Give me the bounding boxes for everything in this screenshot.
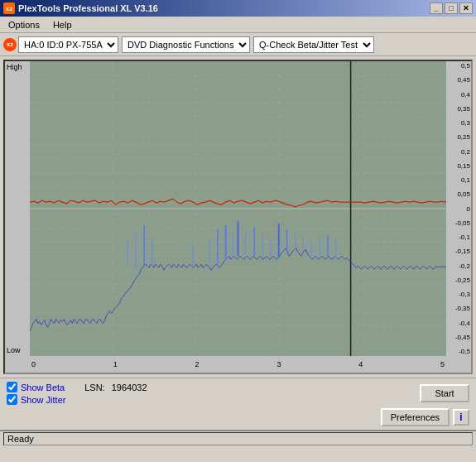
- y-right-1: 0,45: [457, 76, 470, 84]
- y-right-9: 0,05: [457, 190, 470, 198]
- show-beta-label: Show Beta: [21, 383, 65, 392]
- x-axis-5: 5: [440, 360, 445, 368]
- y-right-5: 0,25: [457, 133, 470, 141]
- y-right-17: -0,35: [455, 305, 470, 312]
- close-button[interactable]: ✕: [459, 2, 473, 14]
- y-axis-low-label: Low: [7, 346, 28, 354]
- show-beta-checkbox[interactable]: [7, 382, 17, 392]
- y-right-14: -0,2: [459, 262, 470, 270]
- lsn-value: 1964032: [112, 383, 147, 392]
- menu-bar: Options Help: [0, 17, 476, 33]
- y-right-4: 0,3: [461, 119, 470, 127]
- title-bar: xz PlexTools Professional XL V3.16 _ □ ✕: [0, 0, 476, 17]
- test-dropdown[interactable]: Q-Check Beta/Jitter Test: [253, 36, 374, 53]
- y-right-13: -0,15: [455, 248, 470, 255]
- x-axis-3: 3: [276, 360, 281, 368]
- show-beta-row: Show Beta LSN: 1964032: [7, 382, 147, 392]
- info-button[interactable]: i: [453, 409, 469, 426]
- controls-right: Start: [420, 384, 469, 402]
- window-controls[interactable]: _ □ ✕: [430, 2, 473, 14]
- y-right-3: 0,35: [457, 105, 470, 113]
- minimize-button[interactable]: _: [430, 2, 443, 14]
- menu-options[interactable]: Options: [3, 18, 45, 31]
- x-axis-0: 0: [31, 360, 36, 368]
- show-jitter-checkbox[interactable]: [7, 394, 17, 405]
- menu-help[interactable]: Help: [48, 18, 77, 31]
- second-row: Preferences i: [7, 408, 469, 426]
- status-bar: Ready: [0, 430, 476, 446]
- y-right-0: 0,5: [461, 62, 470, 70]
- x-axis: 0 1 2 3 4 5: [30, 356, 446, 373]
- y-right-20: -0,5: [459, 348, 470, 355]
- drive-select-group: xz HA:0 ID:0 PX-755A: [3, 36, 118, 53]
- app-icon: xz: [3, 2, 15, 14]
- x-axis-1: 1: [113, 360, 118, 368]
- controls-left: Show Beta LSN: 1964032 Show Jitter: [7, 382, 147, 405]
- y-right-15: -0,25: [455, 277, 470, 284]
- info-icon-label: i: [459, 411, 462, 423]
- x-axis-2: 2: [195, 360, 200, 368]
- y-axis-right: 0,5 0,45 0,4 0,35 0,3 0,25 0,2 0,15 0,1 …: [446, 61, 471, 356]
- app-title: PlexTools Professional XL V3.16: [18, 3, 158, 13]
- drive-dropdown[interactable]: HA:0 ID:0 PX-755A: [18, 36, 118, 53]
- toolbar: xz HA:0 ID:0 PX-755A DVD Diagnostic Func…: [0, 33, 476, 56]
- y-right-11: -0,05: [455, 219, 470, 227]
- controls-row: Show Beta LSN: 1964032 Show Jitter Start: [7, 382, 469, 405]
- drive-icon: xz: [3, 38, 17, 51]
- status-panel: Ready: [3, 432, 473, 445]
- y-right-19: -0,45: [455, 334, 470, 341]
- status-text: Ready: [7, 434, 34, 444]
- y-right-8: 0,1: [461, 176, 470, 184]
- show-jitter-label: Show Jitter: [21, 395, 65, 405]
- function-dropdown[interactable]: DVD Diagnostic Functions: [122, 36, 250, 53]
- x-axis-4: 4: [358, 360, 363, 368]
- y-axis-left: High Low: [5, 61, 30, 356]
- chart-container: High Low: [3, 60, 473, 374]
- show-jitter-row: Show Jitter: [7, 394, 147, 405]
- y-right-18: -0,4: [459, 320, 470, 327]
- y-right-12: -0,1: [459, 233, 470, 241]
- y-right-2: 0,4: [461, 91, 470, 99]
- y-right-7: 0,15: [457, 162, 470, 170]
- y-right-6: 0,2: [461, 148, 470, 156]
- chart-svg: [30, 61, 446, 356]
- lsn-label: LSN:: [84, 383, 104, 392]
- start-button[interactable]: Start: [420, 384, 469, 402]
- maximize-button[interactable]: □: [445, 2, 458, 14]
- y-right-16: -0,3: [459, 291, 470, 298]
- y-axis-high-label: High: [7, 63, 28, 71]
- preferences-button[interactable]: Preferences: [381, 408, 450, 426]
- y-right-10: 0: [467, 205, 470, 213]
- bottom-panel: Show Beta LSN: 1964032 Show Jitter Start…: [0, 378, 476, 430]
